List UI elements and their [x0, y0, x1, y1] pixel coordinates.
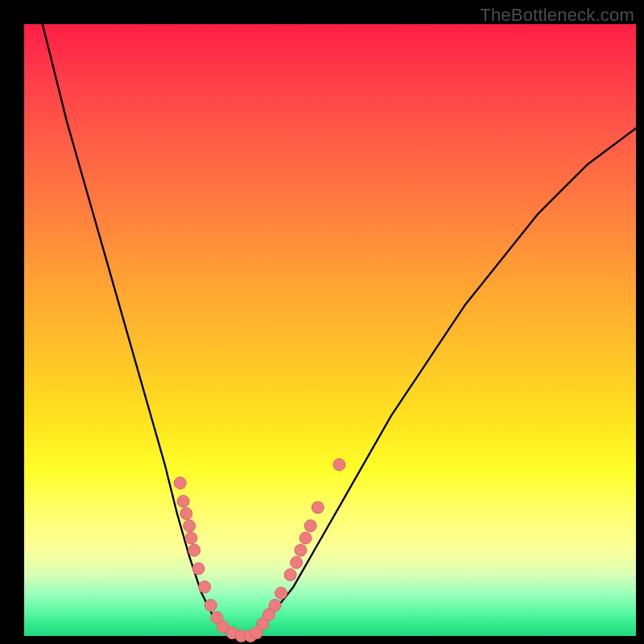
data-dot — [333, 459, 345, 471]
data-dot — [185, 532, 197, 544]
data-dot — [184, 520, 196, 532]
bottleneck-curve-svg — [24, 24, 636, 636]
data-dot — [275, 587, 287, 599]
data-dot — [192, 563, 204, 575]
data-dot — [188, 544, 200, 556]
data-dot — [295, 544, 307, 556]
data-dot — [174, 477, 186, 489]
data-dot — [180, 508, 192, 520]
data-dot — [177, 495, 189, 507]
data-dot — [269, 600, 281, 612]
data-dots — [174, 459, 345, 642]
data-dot — [204, 600, 217, 612]
data-dot — [199, 581, 211, 593]
data-dot — [304, 520, 316, 532]
data-dot — [291, 556, 303, 568]
watermark-text: TheBottleneck.com — [480, 5, 634, 26]
data-dot — [284, 569, 296, 581]
data-dot — [312, 502, 324, 514]
data-dot — [299, 532, 312, 544]
plot-area — [24, 24, 636, 636]
chart-frame: TheBottleneck.com — [0, 0, 644, 644]
bottleneck-curve-line — [43, 24, 636, 636]
